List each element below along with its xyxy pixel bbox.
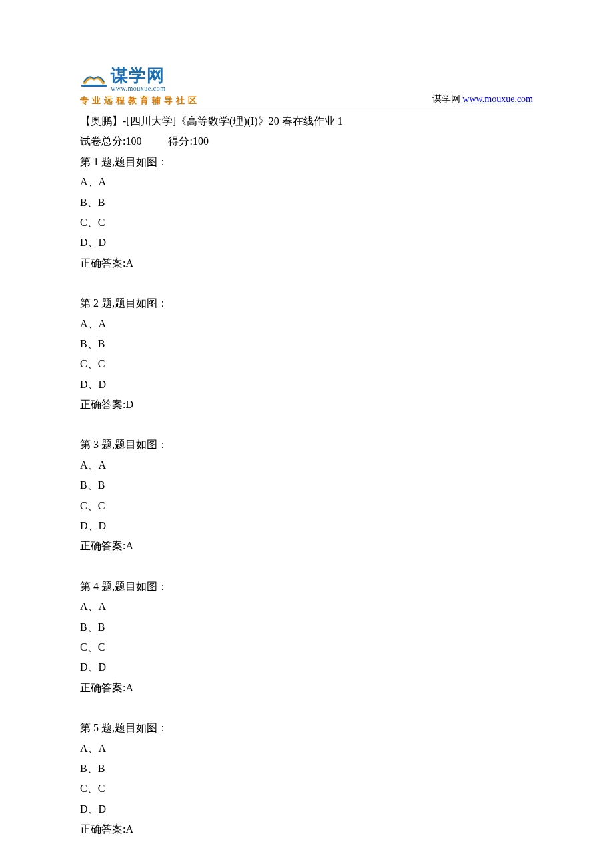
question-heading: 第 4 题,题目如图： xyxy=(80,577,533,597)
question-option: C、C xyxy=(80,354,533,374)
svg-rect-0 xyxy=(81,85,107,87)
question-option: B、B xyxy=(80,193,533,213)
question-option: C、C xyxy=(80,779,533,799)
question-option: A、A xyxy=(80,314,533,334)
question-option: B、B xyxy=(80,759,533,779)
question-block: 第 3 题,题目如图：A、AB、BC、CD、D正确答案:A xyxy=(80,435,533,556)
question-block: 第 5 题,题目如图：A、AB、BC、CD、D正确答案:A xyxy=(80,718,533,839)
logo-tagline: 专业远程教育辅导社区 xyxy=(80,95,200,107)
question-option: D、D xyxy=(80,516,533,536)
question-heading: 第 1 题,题目如图： xyxy=(80,152,533,172)
document-body: 【奥鹏】-[四川大学]《高等数学(理)(I)》20 春在线作业 1 试卷总分:1… xyxy=(80,111,533,840)
header-right: 谋学网 www.mouxue.com xyxy=(432,93,533,107)
question-option: B、B xyxy=(80,475,533,495)
question-option: D、D xyxy=(80,799,533,819)
question-answer: 正确答案:A xyxy=(80,536,533,556)
question-option: D、D xyxy=(80,657,533,677)
logo-name: 谋学网 xyxy=(111,67,165,84)
question-heading: 第 3 题,题目如图： xyxy=(80,435,533,455)
question-block: 第 2 题,题目如图：A、AB、BC、CD、D正确答案:D xyxy=(80,293,533,415)
question-option: C、C xyxy=(80,213,533,233)
question-option: C、C xyxy=(80,637,533,657)
logo-icon xyxy=(80,69,108,90)
question-answer: 正确答案:A xyxy=(80,678,533,698)
score-total: 试卷总分:100 xyxy=(80,135,141,147)
page-header: 谋学网 www.mouxue.com 专业远程教育辅导社区 谋学网 www.mo… xyxy=(80,67,533,107)
logo-block: 谋学网 www.mouxue.com 专业远程教育辅导社区 xyxy=(80,67,200,107)
score-got: 得分:100 xyxy=(168,135,208,147)
question-heading: 第 5 题,题目如图： xyxy=(80,718,533,738)
question-answer: 正确答案:A xyxy=(80,253,533,273)
question-option: A、A xyxy=(80,455,533,475)
question-option: B、B xyxy=(80,617,533,637)
question-option: D、D xyxy=(80,375,533,395)
question-option: D、D xyxy=(80,233,533,253)
question-answer: 正确答案:D xyxy=(80,395,533,415)
header-site-link[interactable]: www.mouxue.com xyxy=(462,94,533,104)
header-site-label: 谋学网 xyxy=(432,94,460,104)
question-heading: 第 2 题,题目如图： xyxy=(80,293,533,313)
question-block: 第 4 题,题目如图：A、AB、BC、CD、D正确答案:A xyxy=(80,577,533,698)
score-line: 试卷总分:100得分:100 xyxy=(80,131,533,151)
question-option: B、B xyxy=(80,334,533,354)
question-block: 第 1 题,题目如图：A、AB、BC、CD、D正确答案:A xyxy=(80,152,533,273)
question-option: C、C xyxy=(80,496,533,516)
doc-title: 【奥鹏】-[四川大学]《高等数学(理)(I)》20 春在线作业 1 xyxy=(80,111,533,131)
question-option: A、A xyxy=(80,739,533,759)
logo-url: www.mouxue.com xyxy=(111,85,165,92)
question-option: A、A xyxy=(80,172,533,192)
question-option: A、A xyxy=(80,597,533,617)
question-answer: 正确答案:A xyxy=(80,819,533,839)
